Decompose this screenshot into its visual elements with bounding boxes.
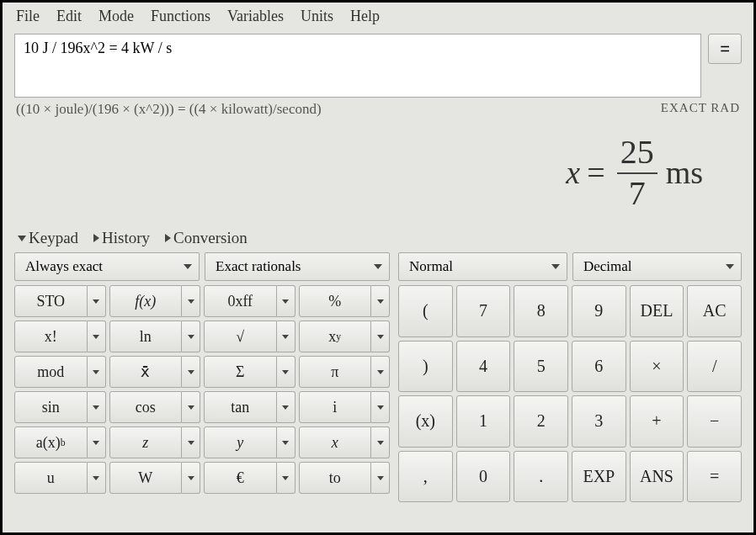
fn-button-dropdown[interactable] bbox=[88, 285, 106, 317]
fn-button[interactable]: f(x) bbox=[109, 285, 183, 317]
key-button[interactable]: 4 bbox=[456, 341, 511, 393]
fn-button-dropdown[interactable] bbox=[182, 320, 200, 352]
fn-button-dropdown[interactable] bbox=[277, 320, 295, 352]
fn-button[interactable]: a(x)b bbox=[14, 426, 88, 458]
expression-input[interactable]: 10 J / 196x^2 = 4 kW / s bbox=[14, 34, 701, 98]
input-row: 10 J / 196x^2 = 4 kW / s = bbox=[3, 30, 753, 98]
fn-button-dropdown[interactable] bbox=[277, 426, 295, 458]
fn-button[interactable]: 0xff bbox=[204, 285, 277, 317]
fn-button[interactable]: Σ bbox=[204, 356, 277, 388]
fn-button[interactable]: sin bbox=[14, 391, 88, 423]
key-button[interactable]: , bbox=[398, 451, 453, 503]
fn-button-dropdown[interactable] bbox=[277, 462, 295, 494]
fn-button[interactable]: xy bbox=[299, 320, 372, 352]
fn-button[interactable]: STO bbox=[14, 285, 88, 317]
fn-button-dropdown[interactable] bbox=[371, 391, 390, 423]
chevron-right-icon bbox=[165, 234, 171, 242]
fn-button[interactable]: z bbox=[109, 426, 183, 458]
fn-button-dropdown[interactable] bbox=[182, 391, 200, 423]
key-button[interactable]: ( bbox=[398, 285, 453, 337]
fn-button-dropdown[interactable] bbox=[371, 462, 390, 494]
key-button[interactable]: 7 bbox=[456, 285, 511, 337]
menu-help[interactable]: Help bbox=[342, 6, 388, 27]
fn-button[interactable]: W bbox=[109, 462, 183, 494]
menu-file[interactable]: File bbox=[8, 6, 48, 27]
chevron-down-icon bbox=[188, 299, 194, 304]
key-button[interactable]: 2 bbox=[514, 395, 568, 448]
key-button[interactable]: (x) bbox=[398, 395, 453, 448]
fn-button[interactable]: % bbox=[299, 285, 372, 317]
key-button[interactable]: DEL bbox=[630, 285, 684, 337]
fn-button-dropdown[interactable] bbox=[277, 285, 295, 317]
key-button[interactable]: 0 bbox=[456, 451, 511, 503]
tab-history[interactable]: History bbox=[93, 229, 150, 247]
tab-keypad[interactable]: Keypad bbox=[18, 229, 78, 247]
key-button[interactable]: AC bbox=[687, 285, 742, 337]
fn-button-dropdown[interactable] bbox=[182, 356, 200, 388]
key-button[interactable]: 5 bbox=[514, 341, 568, 393]
fn-button-dropdown[interactable] bbox=[182, 285, 200, 317]
evaluate-button[interactable]: = bbox=[708, 34, 742, 64]
key-button[interactable]: / bbox=[687, 341, 742, 393]
fn-button-dropdown[interactable] bbox=[88, 391, 106, 423]
rational-mode-combo[interactable]: Exact rationals bbox=[205, 252, 390, 281]
fn-button[interactable]: i bbox=[299, 391, 372, 423]
fn-button-dropdown[interactable] bbox=[277, 356, 295, 388]
menu-mode[interactable]: Mode bbox=[90, 6, 142, 27]
right-panel: Normal Decimal (789DELAC)456×/(x)123+−,0… bbox=[398, 252, 742, 524]
menu-edit[interactable]: Edit bbox=[48, 6, 90, 27]
key-button[interactable]: ) bbox=[398, 341, 453, 393]
status-indicator: EXACT RAD bbox=[661, 101, 740, 118]
fn-button[interactable]: x! bbox=[14, 320, 88, 352]
menu-variables[interactable]: Variables bbox=[219, 6, 292, 27]
fn-button[interactable]: π bbox=[299, 356, 372, 388]
fn-button[interactable]: √ bbox=[204, 320, 277, 352]
chevron-down-icon bbox=[282, 370, 289, 374]
fn-button-dropdown[interactable] bbox=[182, 462, 200, 494]
key-button[interactable]: × bbox=[630, 341, 684, 393]
key-button[interactable]: EXP bbox=[572, 451, 626, 503]
fn-button[interactable]: mod bbox=[14, 356, 88, 388]
key-button[interactable]: 9 bbox=[572, 285, 626, 337]
key-button[interactable]: 8 bbox=[514, 285, 568, 337]
chevron-down-icon bbox=[188, 405, 194, 410]
menu-units[interactable]: Units bbox=[292, 6, 342, 27]
fn-button-dropdown[interactable] bbox=[371, 426, 390, 458]
key-button[interactable]: 6 bbox=[572, 341, 626, 393]
fn-button-dropdown[interactable] bbox=[371, 320, 390, 352]
menu-functions[interactable]: Functions bbox=[142, 6, 219, 27]
display-mode-combo[interactable]: Normal bbox=[398, 252, 567, 281]
tab-conversion[interactable]: Conversion bbox=[165, 229, 248, 247]
fn-button[interactable]: tan bbox=[204, 391, 277, 423]
fn-button[interactable]: € bbox=[204, 462, 277, 494]
numeric-keypad: (789DELAC)456×/(x)123+−,0.EXPANS= bbox=[398, 285, 742, 502]
fn-button[interactable]: y bbox=[204, 426, 277, 458]
fn-button[interactable]: x̄ bbox=[109, 356, 183, 388]
fn-button[interactable]: ln bbox=[109, 320, 183, 352]
key-button[interactable]: − bbox=[687, 395, 742, 448]
key-button[interactable]: . bbox=[514, 451, 568, 503]
fn-button-dropdown[interactable] bbox=[371, 285, 390, 317]
fn-button[interactable]: cos bbox=[109, 391, 183, 423]
fn-button-dropdown[interactable] bbox=[88, 426, 106, 458]
fn-button-dropdown[interactable] bbox=[88, 356, 106, 388]
chevron-right-icon bbox=[93, 234, 99, 242]
fn-button-dropdown[interactable] bbox=[277, 391, 295, 423]
key-button[interactable]: 1 bbox=[456, 395, 511, 448]
key-button[interactable]: + bbox=[630, 395, 684, 448]
key-button[interactable]: = bbox=[687, 451, 742, 503]
fn-button-dropdown[interactable] bbox=[88, 320, 106, 352]
fn-button[interactable]: x bbox=[299, 426, 372, 458]
chevron-down-icon bbox=[377, 476, 384, 480]
fn-button-dropdown[interactable] bbox=[182, 426, 200, 458]
fn-button[interactable]: to bbox=[299, 462, 372, 494]
exact-mode-combo[interactable]: Always exact bbox=[14, 252, 200, 281]
key-button[interactable]: ANS bbox=[630, 451, 684, 503]
fn-button-dropdown[interactable] bbox=[88, 462, 106, 494]
number-format-combo[interactable]: Decimal bbox=[572, 252, 742, 281]
key-button[interactable]: 3 bbox=[572, 395, 626, 448]
chevron-down-icon bbox=[93, 335, 99, 339]
chevron-down-icon bbox=[282, 405, 289, 410]
fn-button-dropdown[interactable] bbox=[371, 356, 390, 388]
fn-button[interactable]: u bbox=[14, 462, 88, 494]
